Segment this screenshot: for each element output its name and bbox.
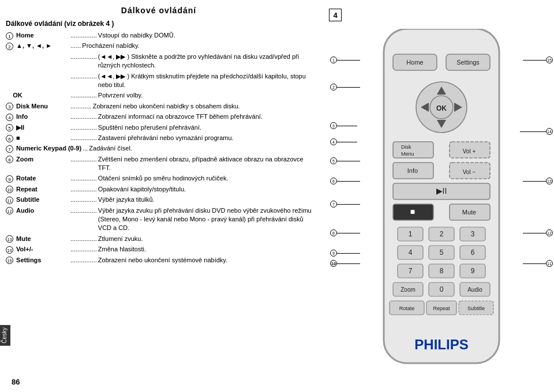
- svg-text:6: 6: [471, 248, 475, 257]
- page-number: 86: [12, 378, 20, 386]
- entry-play-pause: 5 ▶II ............... Spuštění nebo přer…: [6, 123, 312, 132]
- label-5: 5: [330, 157, 360, 164]
- label-8: 8: [330, 229, 360, 236]
- label-2: 2: [330, 84, 360, 91]
- entry-seek1: ............... (◄◄, ▶▶ ) Stiskněte a po…: [6, 52, 312, 70]
- entry-subtitle: 11 Subtitle ............... Výběr jazyka…: [6, 195, 312, 204]
- svg-text:Vol −: Vol −: [463, 169, 476, 175]
- main-title: Dálkové ovládání: [6, 6, 312, 15]
- entries-list: 1 Home ............... Vstoupí do nabídk…: [6, 31, 312, 265]
- svg-text:PHILIPS: PHILIPS: [414, 337, 468, 352]
- label-3: 3: [330, 122, 357, 129]
- label-9: 9: [330, 250, 360, 257]
- entry-disk-menu: 3 Disk Menu ............ Zobrazení nebo …: [6, 102, 312, 111]
- entry-home: 1 Home ............... Vstoupí do nabídk…: [6, 31, 312, 40]
- entry-seek2: ............... (◄◄, ▶▶ ) Krátkým stiskn…: [6, 72, 312, 90]
- svg-text:▶II: ▶II: [436, 186, 447, 195]
- svg-text:3: 3: [471, 230, 475, 238]
- language-label: Česky: [0, 325, 10, 346]
- entry-numpad: 7 Numeric Keypad (0-9) ... Zadávání číse…: [6, 144, 312, 153]
- svg-text:Repeat: Repeat: [433, 306, 450, 311]
- entry-vol: 14 Vol+/- ............... Změna hlasitos…: [6, 245, 312, 254]
- entry-settings: 15 Settings ............... Zobrazení ne…: [6, 256, 312, 265]
- entry-key: 8 Zoom: [6, 155, 69, 173]
- label-11: 11: [523, 260, 553, 267]
- label-12: 12: [523, 229, 553, 236]
- entry-key: 12 Audio: [6, 206, 69, 233]
- svg-text:Audio: Audio: [467, 287, 482, 293]
- label-1: 1: [330, 56, 360, 63]
- svg-text:Info: Info: [407, 167, 418, 174]
- remote-svg: Home Settings OK Disk: [361, 29, 522, 386]
- svg-text:7: 7: [409, 267, 413, 275]
- entry-key: 3 Disk Menu: [6, 102, 69, 111]
- svg-text:Zoom: Zoom: [400, 287, 415, 293]
- entry-key: 11 Subtitle: [6, 195, 69, 204]
- entry-key: 7 Numeric Keypad (0-9): [6, 144, 81, 153]
- label-13: 13: [523, 178, 553, 184]
- entry-nav: 2 ▲, ▼, ◄, ► ...... Procházení nabídky.: [6, 42, 312, 50]
- subtitle-line: Dálkové ovládání (viz obrázek 4 ): [6, 20, 312, 28]
- label-14: 14: [520, 128, 553, 135]
- svg-text:Mute: Mute: [462, 209, 476, 216]
- entry-key: 10 Repeat: [6, 185, 69, 194]
- label-15: 15: [523, 56, 553, 63]
- entry-key: 1 Home: [6, 31, 69, 40]
- entry-key: 5 ▶II: [6, 123, 69, 132]
- entry-repeat: 10 Repeat ............... Opakování kapi…: [6, 185, 312, 194]
- svg-text:OK: OK: [436, 104, 447, 112]
- entry-key: 13 Mute: [6, 235, 69, 243]
- label-7: 7: [330, 201, 360, 208]
- label-4: 4: [330, 138, 357, 145]
- svg-text:Menu: Menu: [401, 151, 414, 157]
- entry-key: [6, 52, 69, 70]
- svg-text:5: 5: [440, 248, 444, 257]
- left-panel: Dálkové ovládání Dálkové ovládání (viz o…: [0, 0, 323, 392]
- entry-key: 2 ▲, ▼, ◄, ►: [6, 42, 69, 50]
- entry-info: 4 Info ............... Zobrazení informa…: [6, 112, 312, 121]
- entry-key: 15 Settings: [6, 256, 69, 265]
- entry-stop: 6 ■ ............... Zastavení přehrávání…: [6, 134, 312, 142]
- svg-text:Settings: Settings: [456, 59, 480, 66]
- svg-text:■: ■: [410, 207, 415, 216]
- entry-mute: 13 Mute ............... Ztlumení zvuku.: [6, 235, 312, 243]
- entry-key: [6, 72, 69, 90]
- entry-rotate: 9 Rotate ............... Otáčení snímků …: [6, 174, 312, 183]
- svg-text:1: 1: [409, 230, 413, 238]
- svg-text:8: 8: [440, 267, 444, 275]
- svg-text:Disk: Disk: [401, 144, 411, 150]
- remote-container: 4 1 2 3 4: [329, 6, 548, 386]
- svg-text:2: 2: [440, 230, 444, 238]
- entry-ok: OK ............... Potvrzení volby.: [6, 91, 312, 100]
- svg-text:Rotate: Rotate: [399, 306, 415, 311]
- subtitle-text: Dálkové ovládání (viz obrázek 4 ): [6, 20, 114, 28]
- svg-text:Subtitle: Subtitle: [467, 306, 485, 311]
- label-10: 10: [330, 260, 360, 267]
- box-4-label: 4: [329, 9, 342, 21]
- svg-text:4: 4: [409, 248, 413, 257]
- entry-key: 4 Info: [6, 112, 69, 121]
- entry-key: OK: [6, 91, 69, 100]
- entry-key: 6 ■: [6, 134, 69, 142]
- svg-text:Home: Home: [406, 59, 423, 66]
- label-6: 6: [330, 178, 360, 184]
- right-panel: 4 1 2 3 4: [323, 0, 554, 392]
- svg-text:9: 9: [471, 267, 475, 275]
- entry-key: 14 Vol+/-: [6, 245, 69, 254]
- entry-zoom: 8 Zoom ............... Zvětšení nebo zme…: [6, 155, 312, 173]
- svg-text:0: 0: [440, 285, 444, 293]
- svg-text:Vol +: Vol +: [463, 148, 476, 154]
- entry-audio: 12 Audio ............... Výběr jazyka zv…: [6, 206, 312, 233]
- entry-key: 9 Rotate: [6, 174, 69, 183]
